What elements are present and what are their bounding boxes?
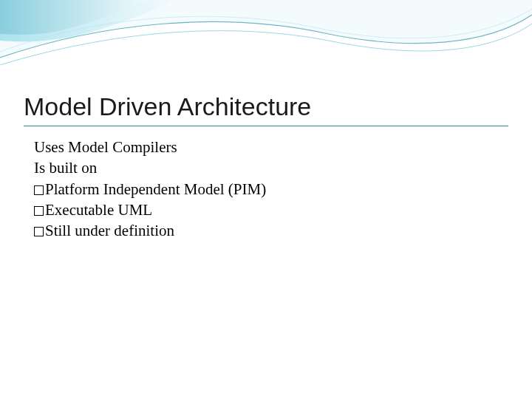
square-bullet-icon [34, 227, 44, 236]
bullet-line: Executable UML [34, 200, 508, 220]
text-line: Uses Model Compilers [34, 137, 508, 157]
bullet-text: Platform Independent Model (PIM) [45, 180, 266, 198]
square-bullet-icon [34, 206, 44, 216]
text-line: Is built on [34, 157, 508, 178]
header-wave-decoration [0, 0, 532, 89]
bullet-text: Executable UML [45, 201, 152, 219]
bullet-line: Platform Independent Model (PIM) [34, 179, 508, 200]
square-bullet-icon [34, 185, 44, 195]
slide-title: Model Driven Architecture [24, 92, 508, 126]
slide-content: Model Driven Architecture Uses Model Com… [24, 92, 508, 242]
bullet-line: Still under definition [34, 220, 508, 241]
bullet-text: Still under definition [45, 222, 174, 239]
slide-body: Uses Model Compilers Is built on Platfor… [24, 137, 508, 242]
